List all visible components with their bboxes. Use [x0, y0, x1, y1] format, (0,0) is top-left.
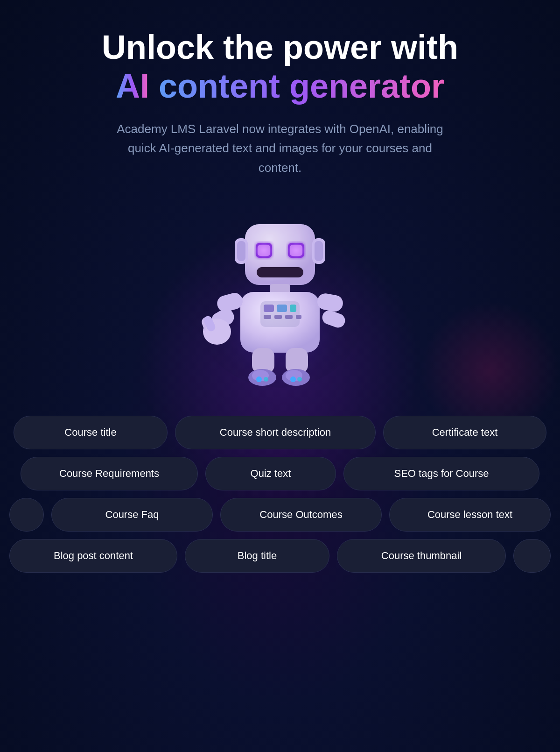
button-row-2: Course Requirements Quiz text SEO tags f…	[9, 457, 551, 490]
course-title-button[interactable]: Course title	[14, 416, 168, 449]
quiz-text-button[interactable]: Quiz text	[205, 457, 336, 490]
robot-illustration	[191, 196, 369, 392]
svg-point-36	[290, 376, 296, 382]
svg-rect-17	[290, 305, 296, 312]
hero-title-rest: content generator	[149, 67, 444, 105]
button-row-4: Blog post content Blog title Course thum…	[9, 539, 551, 573]
hero-title-ai: AI	[116, 67, 149, 105]
hero-title: Unlock the power with AI content generat…	[64, 28, 496, 106]
course-short-desc-button[interactable]: Course short description	[175, 416, 376, 449]
button-row-1: Course title Course short description Ce…	[9, 416, 551, 449]
partial-left-button[interactable]	[9, 498, 44, 532]
svg-point-37	[297, 377, 302, 382]
course-requirements-button[interactable]: Course Requirements	[21, 457, 198, 490]
svg-rect-21	[296, 315, 301, 319]
course-faq-button[interactable]: Course Faq	[51, 498, 213, 532]
svg-rect-20	[285, 315, 293, 319]
svg-point-32	[256, 376, 262, 382]
svg-rect-16	[277, 305, 287, 312]
button-row-3: Course Faq Course Outcomes Course lesson…	[9, 498, 551, 532]
feature-buttons-section: Course title Course short description Ce…	[0, 416, 560, 573]
partial-right-button[interactable]	[513, 539, 551, 573]
blog-title-button[interactable]: Blog title	[185, 539, 329, 573]
svg-rect-9	[258, 245, 270, 256]
svg-rect-6	[315, 241, 323, 261]
seo-tags-button[interactable]: SEO tags for Course	[343, 457, 539, 490]
svg-rect-18	[264, 315, 271, 319]
svg-rect-11	[257, 267, 303, 277]
hero-subtitle: Academy LMS Laravel now integrates with …	[105, 120, 455, 178]
svg-point-33	[264, 377, 268, 382]
svg-rect-4	[237, 241, 245, 261]
blog-post-content-button[interactable]: Blog post content	[9, 539, 177, 573]
svg-rect-19	[274, 315, 282, 319]
certificate-text-button[interactable]: Certificate text	[383, 416, 546, 449]
svg-rect-10	[290, 245, 302, 256]
svg-rect-15	[264, 305, 274, 312]
hero-title-line1: Unlock the power with	[102, 28, 458, 66]
course-thumbnail-button[interactable]: Course thumbnail	[337, 539, 506, 573]
course-outcomes-button[interactable]: Course Outcomes	[220, 498, 382, 532]
course-lesson-text-button[interactable]: Course lesson text	[389, 498, 551, 532]
